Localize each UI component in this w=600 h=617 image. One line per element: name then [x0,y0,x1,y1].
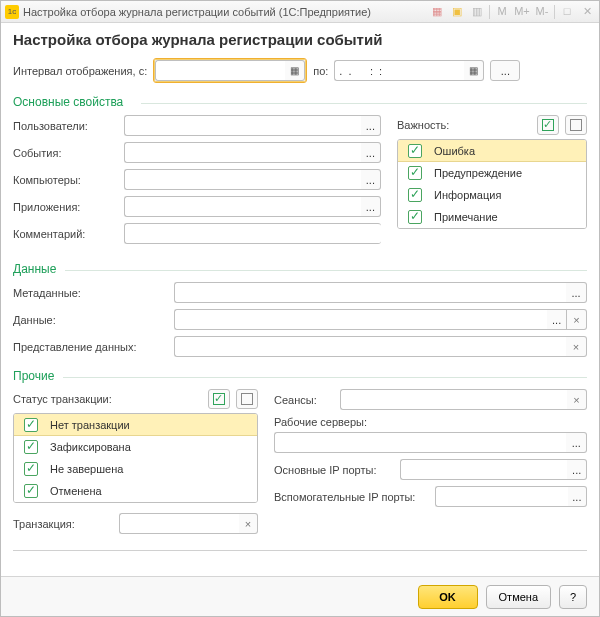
importance-check-all-button[interactable] [537,115,559,135]
sessions-input[interactable] [340,389,567,410]
interval-to-calendar-icon[interactable]: ▦ [464,60,484,81]
importance-item-warning[interactable]: Предупреждение [398,162,586,184]
interval-from-wrap: ▦ [153,58,307,83]
apps-input[interactable] [124,196,361,217]
sessions-clear-button[interactable]: × [567,389,587,410]
interval-to-label: по: [313,65,328,77]
interval-from-input[interactable] [155,60,285,81]
interval-row: Интервал отображения, с: ▦ по: ▦ ... [13,58,587,83]
users-label: Пользователи: [13,120,118,132]
trans-item-label: Нет транзакции [50,419,130,431]
interval-from-calendar-icon[interactable]: ▦ [285,60,305,81]
main-ports-label: Основные IP порты: [274,464,394,476]
window-root: 1c Настройка отбора журнала регистрации … [0,0,600,617]
computers-input[interactable] [124,169,361,190]
repr-label: Представление данных: [13,341,168,353]
events-label: События: [13,147,118,159]
data-input[interactable] [174,309,547,330]
comment-label: Комментарий: [13,228,118,240]
footer: OK Отмена ? [1,576,599,616]
check-icon[interactable] [24,462,38,476]
importance-item-error[interactable]: Ошибка [398,140,586,162]
check-icon[interactable] [408,210,422,224]
main-ports-picker-button[interactable]: ... [567,459,587,480]
importance-item-info[interactable]: Информация [398,184,586,206]
calc-mminus-icon[interactable]: M- [534,4,550,20]
maximize-icon[interactable]: □ [559,4,575,20]
trans-status-list: Нет транзакции Зафиксирована Не завершен… [13,413,258,503]
metadata-label: Метаданные: [13,287,168,299]
users-input[interactable] [124,115,361,136]
work-servers-input[interactable] [274,432,566,453]
check-icon[interactable] [24,484,38,498]
ok-button[interactable]: OK [418,585,478,609]
events-picker-button[interactable]: ... [361,142,381,163]
importance-label: Важность: [397,119,531,131]
check-icon[interactable] [408,188,422,202]
importance-item-label: Примечание [434,211,498,223]
check-icon[interactable] [24,418,38,432]
transaction-clear-button[interactable]: × [239,513,258,534]
users-picker-button[interactable]: ... [361,115,381,136]
favorite-icon[interactable]: ▣ [449,4,465,20]
events-input[interactable] [124,142,361,163]
trans-item-cancelled[interactable]: Отменена [14,480,257,502]
titlebar-controls: ▦ ▣ ▥ M M+ M- □ ✕ [429,4,595,20]
trans-check-all-button[interactable] [208,389,230,409]
calc-m-icon[interactable]: M [494,4,510,20]
comment-input[interactable] [124,223,381,244]
body: Настройка отбора журнала регистрации соб… [1,23,599,576]
main-ports-input[interactable] [400,459,567,480]
importance-list: Ошибка Предупреждение Информация Примеча… [397,139,587,229]
trans-item-notfinished[interactable]: Не завершена [14,458,257,480]
metadata-picker-button[interactable]: ... [566,282,587,303]
trans-item-label: Отменена [50,485,102,497]
app-icon: 1c [5,5,19,19]
page-title: Настройка отбора журнала регистрации соб… [13,31,587,48]
apps-label: Приложения: [13,201,118,213]
interval-label: Интервал отображения, с: [13,65,147,77]
metadata-input[interactable] [174,282,566,303]
transaction-input[interactable] [119,513,239,534]
cancel-button[interactable]: Отмена [486,585,551,609]
trans-clear-all-button[interactable] [236,389,258,409]
importance-clear-all-button[interactable] [565,115,587,135]
interval-to-input[interactable] [334,60,464,81]
importance-item-label: Предупреждение [434,167,522,179]
importance-item-note[interactable]: Примечание [398,206,586,228]
check-icon[interactable] [408,144,422,158]
data-label: Данные: [13,314,168,326]
repr-input[interactable] [174,336,566,357]
check-icon[interactable] [24,440,38,454]
transaction-label: Транзакция: [13,518,113,530]
apps-picker-button[interactable]: ... [361,196,381,217]
close-icon[interactable]: ✕ [579,4,595,20]
repr-clear-button[interactable]: × [566,336,587,357]
aux-ports-label: Вспомогательные IP порты: [274,491,429,503]
aux-ports-input[interactable] [435,486,568,507]
work-servers-picker-button[interactable]: ... [566,432,587,453]
trans-item-label: Зафиксирована [50,441,131,453]
calendar-icon[interactable]: ▦ [429,4,445,20]
aux-ports-picker-button[interactable]: ... [568,486,587,507]
trans-item-none[interactable]: Нет транзакции [14,414,257,436]
computers-label: Компьютеры: [13,174,118,186]
interval-more-button[interactable]: ... [490,60,520,81]
section-other: Прочие [13,369,587,383]
check-icon[interactable] [408,166,422,180]
section-data: Данные [13,262,587,276]
grid-icon[interactable]: ▥ [469,4,485,20]
computers-picker-button[interactable]: ... [361,169,381,190]
trans-item-committed[interactable]: Зафиксирована [14,436,257,458]
titlebar: 1c Настройка отбора журнала регистрации … [1,1,599,23]
separator-line [13,550,587,551]
section-main: Основные свойства [13,95,587,109]
data-picker-button[interactable]: ... [547,309,567,330]
window-title: Настройка отбора журнала регистрации соб… [23,6,371,18]
importance-item-label: Информация [434,189,501,201]
calc-mplus-icon[interactable]: M+ [514,4,530,20]
sessions-label: Сеансы: [274,394,334,406]
importance-item-label: Ошибка [434,145,475,157]
data-clear-button[interactable]: × [567,309,587,330]
help-button[interactable]: ? [559,585,587,609]
